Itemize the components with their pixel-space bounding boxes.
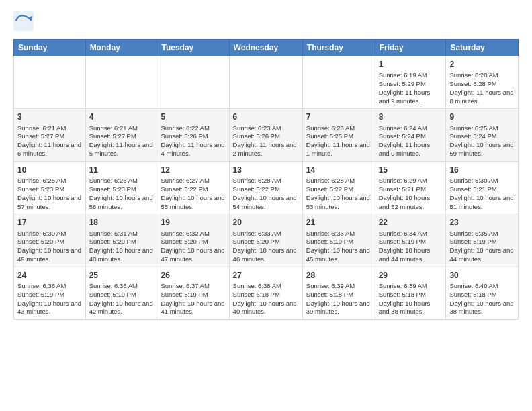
day-number: 3 xyxy=(17,111,82,122)
weekday-header: Tuesday xyxy=(157,40,229,56)
weekday-header: Thursday xyxy=(302,40,375,56)
day-info: Sunrise: 6:25 AM Sunset: 5:24 PM Dayligh… xyxy=(449,124,515,158)
day-number: 8 xyxy=(379,111,443,122)
day-number: 15 xyxy=(379,165,443,175)
calendar-table: SundayMondayTuesdayWednesdayThursdayFrid… xyxy=(13,39,519,320)
day-number: 9 xyxy=(449,111,515,122)
calendar-cell: 23Sunrise: 6:35 AM Sunset: 5:19 PM Dayli… xyxy=(446,214,519,267)
calendar-cell: 13Sunrise: 6:28 AM Sunset: 5:22 PM Dayli… xyxy=(229,161,302,214)
weekday-header: Wednesday xyxy=(229,40,302,56)
day-info: Sunrise: 6:28 AM Sunset: 5:22 PM Dayligh… xyxy=(233,177,299,211)
day-number: 20 xyxy=(233,217,299,228)
calendar-cell: 3Sunrise: 6:21 AM Sunset: 5:27 PM Daylig… xyxy=(14,109,86,161)
day-number: 23 xyxy=(449,217,515,228)
day-info: Sunrise: 6:29 AM Sunset: 5:21 PM Dayligh… xyxy=(379,177,443,211)
day-number: 29 xyxy=(379,270,443,281)
day-number: 18 xyxy=(89,217,154,228)
page-container: SundayMondayTuesdayWednesdayThursdayFrid… xyxy=(0,0,532,326)
day-number: 1 xyxy=(379,59,443,70)
calendar-cell: 29Sunrise: 6:39 AM Sunset: 5:18 PM Dayli… xyxy=(375,267,446,319)
day-info: Sunrise: 6:28 AM Sunset: 5:22 PM Dayligh… xyxy=(306,177,371,211)
calendar-week-row: 1Sunrise: 6:19 AM Sunset: 5:29 PM Daylig… xyxy=(14,56,519,109)
calendar-cell: 26Sunrise: 6:37 AM Sunset: 5:19 PM Dayli… xyxy=(157,267,229,319)
calendar-cell xyxy=(14,56,86,109)
day-number: 25 xyxy=(89,270,154,281)
day-number: 11 xyxy=(89,165,154,175)
day-number: 14 xyxy=(306,165,371,175)
calendar-cell: 19Sunrise: 6:32 AM Sunset: 5:20 PM Dayli… xyxy=(157,214,229,267)
day-number: 21 xyxy=(306,217,371,228)
calendar-cell xyxy=(229,56,302,109)
calendar-cell: 8Sunrise: 6:24 AM Sunset: 5:24 PM Daylig… xyxy=(375,109,446,161)
day-info: Sunrise: 6:19 AM Sunset: 5:29 PM Dayligh… xyxy=(379,71,443,105)
day-info: Sunrise: 6:22 AM Sunset: 5:26 PM Dayligh… xyxy=(161,124,225,158)
calendar-cell xyxy=(157,56,229,109)
calendar-cell: 27Sunrise: 6:38 AM Sunset: 5:18 PM Dayli… xyxy=(229,267,302,319)
day-number: 16 xyxy=(449,165,515,175)
calendar-cell: 4Sunrise: 6:21 AM Sunset: 5:27 PM Daylig… xyxy=(85,109,157,161)
day-info: Sunrise: 6:34 AM Sunset: 5:19 PM Dayligh… xyxy=(379,230,443,264)
calendar-header-row: SundayMondayTuesdayWednesdayThursdayFrid… xyxy=(14,40,519,56)
calendar-week-row: 10Sunrise: 6:25 AM Sunset: 5:23 PM Dayli… xyxy=(14,161,519,214)
day-info: Sunrise: 6:20 AM Sunset: 5:28 PM Dayligh… xyxy=(449,71,515,105)
calendar-cell: 2Sunrise: 6:20 AM Sunset: 5:28 PM Daylig… xyxy=(446,56,519,109)
weekday-header: Saturday xyxy=(446,40,519,56)
day-info: Sunrise: 6:33 AM Sunset: 5:19 PM Dayligh… xyxy=(306,230,371,264)
day-info: Sunrise: 6:26 AM Sunset: 5:23 PM Dayligh… xyxy=(89,177,154,211)
day-number: 4 xyxy=(89,111,154,122)
day-info: Sunrise: 6:32 AM Sunset: 5:20 PM Dayligh… xyxy=(161,230,225,264)
calendar-cell: 12Sunrise: 6:27 AM Sunset: 5:22 PM Dayli… xyxy=(157,161,229,214)
calendar-cell: 11Sunrise: 6:26 AM Sunset: 5:23 PM Dayli… xyxy=(85,161,157,214)
calendar-cell: 5Sunrise: 6:22 AM Sunset: 5:26 PM Daylig… xyxy=(157,109,229,161)
day-info: Sunrise: 6:30 AM Sunset: 5:20 PM Dayligh… xyxy=(17,230,82,264)
day-info: Sunrise: 6:21 AM Sunset: 5:27 PM Dayligh… xyxy=(89,124,154,158)
calendar-cell: 28Sunrise: 6:39 AM Sunset: 5:18 PM Dayli… xyxy=(302,267,375,319)
day-info: Sunrise: 6:36 AM Sunset: 5:19 PM Dayligh… xyxy=(17,282,82,316)
day-number: 17 xyxy=(17,217,82,228)
calendar-cell: 6Sunrise: 6:23 AM Sunset: 5:26 PM Daylig… xyxy=(229,109,302,161)
day-info: Sunrise: 6:21 AM Sunset: 5:27 PM Dayligh… xyxy=(17,124,82,158)
day-number: 13 xyxy=(233,165,299,175)
day-number: 10 xyxy=(17,165,82,175)
day-number: 27 xyxy=(233,270,299,281)
calendar-cell: 22Sunrise: 6:34 AM Sunset: 5:19 PM Dayli… xyxy=(375,214,446,267)
day-info: Sunrise: 6:40 AM Sunset: 5:18 PM Dayligh… xyxy=(449,282,515,316)
day-info: Sunrise: 6:36 AM Sunset: 5:19 PM Dayligh… xyxy=(89,282,154,316)
calendar-cell: 24Sunrise: 6:36 AM Sunset: 5:19 PM Dayli… xyxy=(14,267,86,319)
day-info: Sunrise: 6:27 AM Sunset: 5:22 PM Dayligh… xyxy=(161,177,225,211)
calendar-week-row: 3Sunrise: 6:21 AM Sunset: 5:27 PM Daylig… xyxy=(14,109,519,161)
day-number: 30 xyxy=(449,270,515,281)
logo-icon xyxy=(13,11,34,31)
weekday-header: Monday xyxy=(85,40,157,56)
day-number: 12 xyxy=(161,165,225,175)
calendar-cell: 1Sunrise: 6:19 AM Sunset: 5:29 PM Daylig… xyxy=(375,56,446,109)
day-info: Sunrise: 6:24 AM Sunset: 5:24 PM Dayligh… xyxy=(379,124,443,158)
calendar-cell xyxy=(302,56,375,109)
day-info: Sunrise: 6:31 AM Sunset: 5:20 PM Dayligh… xyxy=(89,230,154,264)
day-info: Sunrise: 6:25 AM Sunset: 5:23 PM Dayligh… xyxy=(17,177,82,211)
calendar-cell: 20Sunrise: 6:33 AM Sunset: 5:20 PM Dayli… xyxy=(229,214,302,267)
calendar-cell: 7Sunrise: 6:23 AM Sunset: 5:25 PM Daylig… xyxy=(302,109,375,161)
calendar-cell: 18Sunrise: 6:31 AM Sunset: 5:20 PM Dayli… xyxy=(85,214,157,267)
calendar-cell: 21Sunrise: 6:33 AM Sunset: 5:19 PM Dayli… xyxy=(302,214,375,267)
day-info: Sunrise: 6:37 AM Sunset: 5:19 PM Dayligh… xyxy=(161,282,225,316)
day-number: 7 xyxy=(306,111,371,122)
weekday-header: Friday xyxy=(375,40,446,56)
calendar-cell: 9Sunrise: 6:25 AM Sunset: 5:24 PM Daylig… xyxy=(446,109,519,161)
calendar-cell xyxy=(85,56,157,109)
calendar-cell: 25Sunrise: 6:36 AM Sunset: 5:19 PM Dayli… xyxy=(85,267,157,319)
day-number: 5 xyxy=(161,111,225,122)
day-info: Sunrise: 6:33 AM Sunset: 5:20 PM Dayligh… xyxy=(233,230,299,264)
day-number: 6 xyxy=(233,111,299,122)
day-info: Sunrise: 6:35 AM Sunset: 5:19 PM Dayligh… xyxy=(449,230,515,264)
day-info: Sunrise: 6:30 AM Sunset: 5:21 PM Dayligh… xyxy=(449,177,515,211)
day-info: Sunrise: 6:23 AM Sunset: 5:25 PM Dayligh… xyxy=(306,124,371,158)
header xyxy=(13,11,519,31)
day-info: Sunrise: 6:38 AM Sunset: 5:18 PM Dayligh… xyxy=(233,282,299,316)
day-info: Sunrise: 6:39 AM Sunset: 5:18 PM Dayligh… xyxy=(306,282,371,316)
calendar-cell: 15Sunrise: 6:29 AM Sunset: 5:21 PM Dayli… xyxy=(375,161,446,214)
calendar-cell: 16Sunrise: 6:30 AM Sunset: 5:21 PM Dayli… xyxy=(446,161,519,214)
day-info: Sunrise: 6:23 AM Sunset: 5:26 PM Dayligh… xyxy=(233,124,299,158)
calendar-cell: 30Sunrise: 6:40 AM Sunset: 5:18 PM Dayli… xyxy=(446,267,519,319)
day-number: 28 xyxy=(306,270,371,281)
